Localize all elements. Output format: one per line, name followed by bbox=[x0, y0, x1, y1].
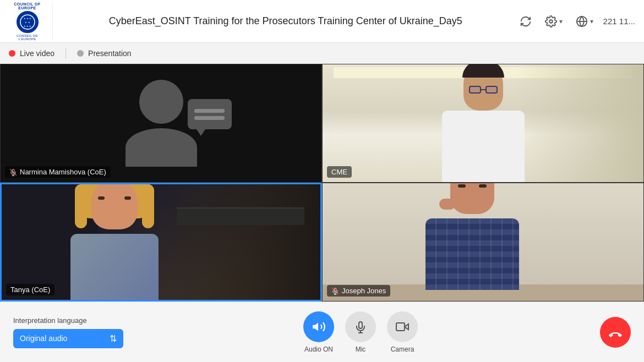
phone-end-icon bbox=[609, 326, 622, 339]
avatar-narmina bbox=[125, 80, 197, 167]
top-bar: COUNCIL OF EUROPE ★ ★ ★ ★ ★ ★ ★ ★ CONSEI… bbox=[0, 0, 644, 43]
camera-icon bbox=[396, 320, 409, 333]
settings-chevron: ▾ bbox=[559, 18, 563, 25]
settings-button[interactable]: ▾ bbox=[542, 13, 566, 30]
joseph-hand bbox=[439, 199, 456, 210]
logo-text-bottom: CONSEIL DE L'EUROPE bbox=[9, 34, 46, 41]
cme-hair bbox=[462, 64, 504, 78]
video-cell-joseph: Joseph Jones bbox=[322, 183, 644, 301]
cme-glasses bbox=[469, 86, 498, 95]
joseph-shirt bbox=[425, 218, 519, 290]
muted-mic-icon-joseph bbox=[331, 287, 339, 295]
video-cell-tanya: Tanya (CoE) bbox=[0, 183, 322, 301]
cme-wall bbox=[515, 64, 643, 182]
language-select-value: Original audio bbox=[20, 334, 67, 343]
video-label-narmina: Narmina Mamishova (CoE) bbox=[5, 166, 111, 178]
language-select-arrow: ⇅ bbox=[110, 333, 117, 344]
muted-mic-icon-narmina bbox=[9, 168, 17, 176]
right-section bbox=[587, 317, 631, 348]
chat-bubble-narmina bbox=[188, 99, 232, 129]
avatar-body-narmina bbox=[125, 128, 197, 167]
name-narmina: Narmina Mamishova (CoE) bbox=[20, 168, 106, 176]
svg-text:★ ★ ★: ★ ★ ★ bbox=[23, 25, 31, 28]
live-dot bbox=[9, 50, 15, 57]
audio-button[interactable]: Audio ON bbox=[303, 311, 334, 353]
view-toggle-bar: Live video Presentation bbox=[0, 43, 644, 64]
tanya-eye-left bbox=[98, 196, 105, 200]
tanya-face bbox=[91, 183, 138, 229]
logo-icon: ★ ★ ★ ★ ★ ★ ★ ★ bbox=[17, 11, 39, 33]
svg-marker-13 bbox=[313, 322, 318, 331]
presentation-dot bbox=[77, 50, 84, 57]
cme-head bbox=[463, 64, 503, 111]
svg-text:★ ★ ★: ★ ★ ★ bbox=[23, 17, 31, 20]
joseph-eye-right bbox=[479, 184, 487, 188]
controls-center: Audio ON Mic Camera bbox=[134, 311, 587, 353]
tanya-shelves bbox=[161, 184, 321, 300]
meeting-title: CyberEast_OSINT Training for the Prosecu… bbox=[64, 15, 507, 27]
refresh-button[interactable] bbox=[516, 13, 535, 30]
cme-shirt bbox=[442, 111, 525, 182]
joseph-figure bbox=[447, 183, 519, 290]
tanya-hair-right bbox=[142, 184, 154, 228]
tanya-shelf1-edge bbox=[177, 207, 304, 209]
tanya-outfit bbox=[70, 234, 159, 300]
svg-marker-16 bbox=[405, 324, 408, 330]
tanya-hair-left bbox=[75, 184, 87, 228]
logo-text-top: COUNCIL OF EUROPE bbox=[9, 2, 46, 10]
mic-label: Mic bbox=[356, 345, 366, 353]
video-cell-cme: CME bbox=[322, 64, 644, 183]
language-select-button[interactable]: Original audio ⇅ bbox=[13, 329, 123, 348]
interpretation-label: Interpretation language bbox=[13, 316, 134, 325]
mic-button[interactable]: Mic bbox=[345, 311, 376, 353]
video-cell-narmina: Narmina Mamishova (CoE) bbox=[0, 64, 322, 183]
live-video-label: Live video bbox=[20, 49, 54, 58]
speaker-icon bbox=[312, 320, 326, 334]
joseph-background bbox=[323, 183, 643, 301]
video-label-cme: CME bbox=[327, 166, 352, 178]
attendee-count: 221 11... bbox=[603, 17, 635, 26]
name-cme: CME bbox=[331, 168, 347, 176]
svg-rect-17 bbox=[396, 323, 405, 331]
mic-circle bbox=[345, 311, 376, 342]
name-tanya: Tanya (CoE) bbox=[10, 286, 50, 294]
tanya-eye-right bbox=[124, 196, 131, 200]
joseph-eye-left bbox=[458, 184, 466, 188]
top-bar-icons: ▾ ▾ 221 11... bbox=[516, 13, 635, 30]
camera-label: Camera bbox=[391, 345, 414, 353]
tanya-figure bbox=[87, 183, 159, 300]
svg-point-4 bbox=[549, 20, 553, 23]
audio-circle bbox=[303, 311, 334, 342]
mic-icon bbox=[354, 320, 367, 333]
audio-label: Audio ON bbox=[304, 345, 333, 353]
cme-background bbox=[323, 64, 643, 182]
cme-figure bbox=[434, 64, 533, 182]
name-joseph: Joseph Jones bbox=[342, 287, 386, 295]
logo-area: COUNCIL OF EUROPE ★ ★ ★ ★ ★ ★ ★ ★ CONSEI… bbox=[9, 2, 53, 41]
video-wrapper: Live video Presentation bbox=[0, 43, 644, 301]
video-grid: Narmina Mamishova (CoE) bbox=[0, 64, 644, 301]
presentation-toggle[interactable]: Presentation bbox=[77, 49, 132, 58]
tanya-head-container bbox=[87, 183, 142, 234]
camera-button[interactable]: Camera bbox=[387, 311, 418, 353]
video-label-joseph: Joseph Jones bbox=[327, 285, 390, 297]
live-video-toggle[interactable]: Live video bbox=[9, 49, 54, 58]
end-call-button[interactable] bbox=[600, 317, 631, 348]
presentation-label: Presentation bbox=[88, 49, 132, 58]
tanya-background bbox=[2, 184, 320, 300]
avatar-head-narmina bbox=[139, 80, 183, 124]
camera-circle bbox=[387, 311, 418, 342]
bottom-toolbar: Interpretation language Original audio ⇅… bbox=[0, 301, 644, 362]
language-chevron: ▾ bbox=[590, 18, 593, 25]
toggle-divider bbox=[66, 48, 66, 59]
tanya-shelf1 bbox=[177, 207, 304, 225]
video-label-tanya: Tanya (CoE) bbox=[6, 284, 54, 295]
language-button[interactable]: ▾ bbox=[572, 13, 597, 30]
joseph-face bbox=[450, 183, 494, 214]
svg-text:★   ★: ★ ★ bbox=[25, 21, 30, 24]
interpretation-section: Interpretation language Original audio ⇅ bbox=[13, 316, 134, 348]
joseph-head-container bbox=[447, 183, 497, 218]
